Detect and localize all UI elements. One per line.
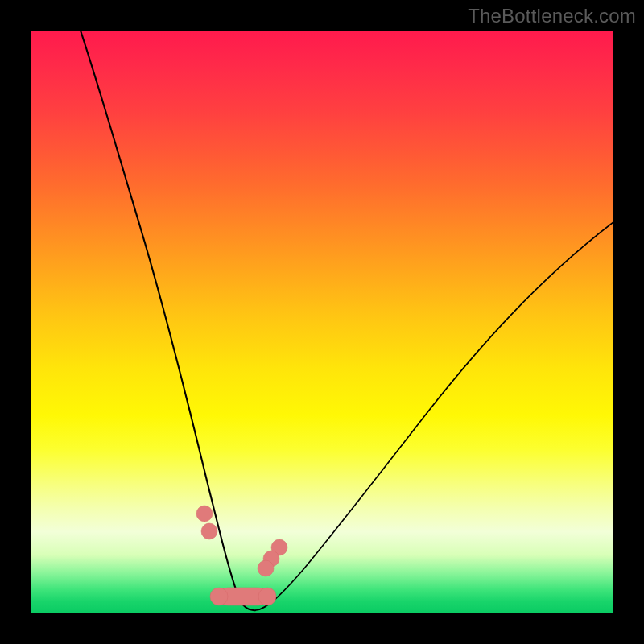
left-curve — [80, 31, 256, 610]
marker-dot — [196, 506, 213, 522]
marker-dot — [258, 560, 274, 576]
chart-frame: TheBottleneck.com — [0, 0, 644, 644]
valley-end-dot — [258, 588, 276, 605]
curve-layer — [31, 31, 613, 613]
marker-dot — [201, 523, 217, 539]
right-curve — [256, 222, 613, 610]
watermark-text: TheBottleneck.com — [468, 5, 636, 27]
valley-end-dot — [210, 588, 228, 605]
plot-area — [31, 31, 613, 613]
